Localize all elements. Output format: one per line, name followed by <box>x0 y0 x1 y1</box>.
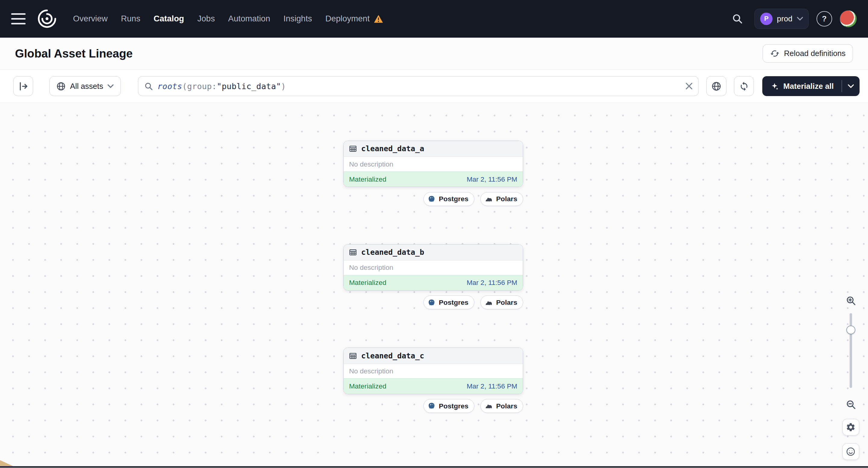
polars-icon <box>485 299 493 306</box>
postgres-icon <box>428 195 435 203</box>
lineage-canvas[interactable]: cleaned_data_a No description Materializ… <box>0 103 868 468</box>
asset-node-header: cleaned_data_b <box>344 245 523 260</box>
deployment-switcher[interactable]: P prod <box>754 9 809 29</box>
zoom-slider-track[interactable] <box>849 313 852 388</box>
tag-label: Polars <box>496 402 517 410</box>
refresh-button[interactable] <box>734 76 754 96</box>
polars-icon <box>485 195 493 203</box>
reload-definitions-button[interactable]: Reload definitions <box>763 44 853 63</box>
chevron-down-icon <box>797 17 803 21</box>
graph-settings-button[interactable] <box>842 419 859 435</box>
asset-description: No description <box>344 157 523 171</box>
asset-tag-row: Postgres Polars <box>343 399 523 413</box>
materialize-all-split-button: Materialize all <box>762 76 860 96</box>
panel-toggle-button[interactable] <box>13 76 33 96</box>
chevron-down-icon <box>107 84 114 88</box>
table-icon <box>349 248 357 256</box>
tag-label: Postgres <box>439 402 468 410</box>
tag-postgres[interactable]: Postgres <box>424 192 474 206</box>
zoom-slider[interactable] <box>842 313 859 388</box>
gear-icon <box>846 422 856 432</box>
page-header: Global Asset Lineage Reload definitions <box>0 38 868 70</box>
postgres-icon <box>428 402 435 410</box>
user-avatar[interactable] <box>840 10 857 27</box>
nav-item-automation[interactable]: Automation <box>228 14 270 24</box>
nav-item-overview[interactable]: Overview <box>73 14 108 24</box>
status-badge: Materialized <box>349 175 386 183</box>
help-icon[interactable]: ? <box>816 11 832 27</box>
materialization-timestamp[interactable]: Mar 2, 11:56 PM <box>467 175 517 183</box>
table-icon <box>349 352 357 360</box>
zoom-in-button[interactable] <box>843 293 858 308</box>
lineage-toolbar: All assets roots(group:"public_data") <box>0 70 868 103</box>
asset-status-row: Materialized Mar 2, 11:56 PM <box>344 275 523 290</box>
nav-item-insights[interactable]: Insights <box>283 14 312 24</box>
globe-icon <box>56 82 66 91</box>
tag-label: Postgres <box>439 299 468 307</box>
materialize-all-button[interactable]: Materialize all <box>762 76 841 96</box>
smiley-icon <box>846 447 856 457</box>
warning-icon <box>373 14 383 23</box>
graph-filters-button[interactable] <box>706 76 726 96</box>
materialization-timestamp[interactable]: Mar 2, 11:56 PM <box>467 382 517 390</box>
asset-tag-row: Postgres Polars <box>343 295 523 309</box>
polars-icon <box>485 402 493 410</box>
dagster-global-asset-lineage: { "nav": { "items": ["Overview", "Runs",… <box>0 0 868 468</box>
asset-status-row: Materialized Mar 2, 11:56 PM <box>344 378 523 394</box>
nav-item-catalog[interactable]: Catalog <box>154 14 184 24</box>
asset-name: cleaned_data_c <box>361 351 424 360</box>
postgres-icon <box>428 299 435 307</box>
nav-item-jobs[interactable]: Jobs <box>197 14 215 24</box>
nav-links: Overview Runs Catalog Jobs Automation In… <box>73 14 384 24</box>
reload-definitions-label: Reload definitions <box>784 49 845 58</box>
materialization-timestamp[interactable]: Mar 2, 11:56 PM <box>467 279 517 287</box>
sync-icon <box>739 81 749 91</box>
asset-name: cleaned_data_a <box>361 144 424 153</box>
tag-polars[interactable]: Polars <box>480 192 523 206</box>
asset-scope-select[interactable]: All assets <box>50 76 121 96</box>
zoom-out-button[interactable] <box>843 397 858 412</box>
table-icon <box>349 145 357 153</box>
asset-node-cleaned-data-b[interactable]: cleaned_data_b No description Materializ… <box>343 244 523 291</box>
nav-right-cluster: P prod ? <box>728 9 857 29</box>
asset-scope-label: All assets <box>70 82 103 91</box>
search-icon[interactable] <box>728 9 747 28</box>
clear-icon[interactable] <box>685 82 693 90</box>
nav-item-deployment[interactable]: Deployment <box>325 14 383 24</box>
asset-tag-row: Postgres Polars <box>343 192 523 206</box>
tag-polars[interactable]: Polars <box>480 399 523 413</box>
asset-node-cleaned-data-a[interactable]: cleaned_data_a No description Materializ… <box>343 141 523 187</box>
feedback-button[interactable] <box>842 443 859 460</box>
top-nav: Overview Runs Catalog Jobs Automation In… <box>0 0 868 38</box>
materialize-options-button[interactable] <box>842 76 860 96</box>
reload-icon <box>770 49 779 58</box>
zoom-slider-knob[interactable] <box>846 325 855 334</box>
asset-status-row: Materialized Mar 2, 11:56 PM <box>344 171 523 187</box>
panel-toggle-icon <box>19 81 28 91</box>
hamburger-icon[interactable] <box>11 13 26 24</box>
tag-polars[interactable]: Polars <box>480 295 523 309</box>
page-title: Global Asset Lineage <box>15 47 133 60</box>
tag-postgres[interactable]: Postgres <box>424 295 474 309</box>
globe-icon <box>711 81 721 91</box>
asset-name: cleaned_data_b <box>361 248 424 257</box>
tag-label: Polars <box>496 299 517 307</box>
asset-selection-query: roots(group:"public_data") <box>157 82 681 91</box>
asset-node-cleaned-data-c[interactable]: cleaned_data_c No description Materializ… <box>343 347 523 394</box>
asset-description: No description <box>344 364 523 379</box>
status-badge: Materialized <box>349 279 386 287</box>
asset-node-header: cleaned_data_c <box>344 348 523 364</box>
env-name: prod <box>777 14 793 23</box>
dagster-logo[interactable] <box>35 7 59 30</box>
status-badge: Materialized <box>349 382 386 390</box>
tag-postgres[interactable]: Postgres <box>424 399 474 413</box>
window-bottom-edge <box>0 466 868 468</box>
sparkle-icon <box>770 82 779 91</box>
tag-label: Polars <box>496 195 517 203</box>
search-icon <box>144 82 153 91</box>
asset-node-header: cleaned_data_a <box>344 141 523 157</box>
tag-label: Postgres <box>439 195 468 203</box>
nav-item-runs[interactable]: Runs <box>121 14 141 24</box>
materialize-all-label: Materialize all <box>783 82 834 91</box>
asset-selection-input[interactable]: roots(group:"public_data") <box>138 76 699 96</box>
